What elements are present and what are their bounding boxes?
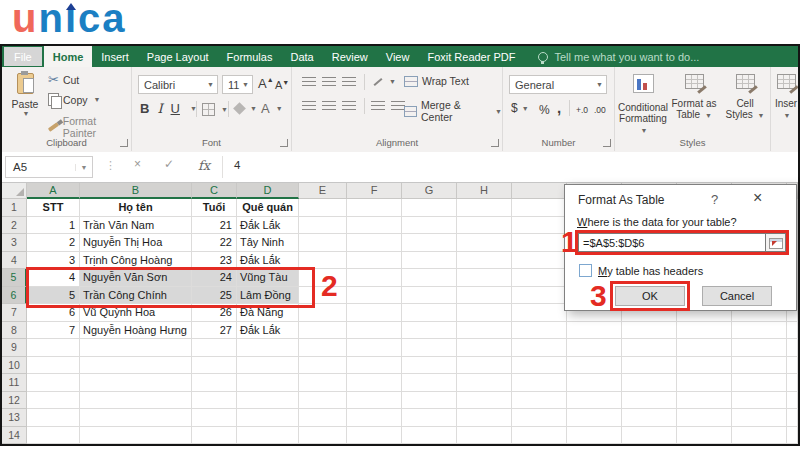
col-header-C[interactable]: C	[192, 183, 237, 199]
collapse-dialog-icon[interactable]	[765, 233, 786, 252]
cell-E7[interactable]	[299, 304, 347, 322]
row-header-8[interactable]: 8	[2, 322, 27, 340]
cell-B14[interactable]	[80, 427, 192, 445]
col-header-A[interactable]: A	[27, 183, 80, 199]
number-dialog-launcher-icon[interactable]	[603, 139, 611, 147]
formula-bar-grip-icon[interactable]: ⋮	[105, 159, 116, 172]
cell-x148[interactable]	[787, 322, 798, 340]
cell-x138[interactable]	[732, 322, 787, 340]
row-header-1[interactable]: 1	[2, 199, 27, 217]
cell-x1413[interactable]	[787, 409, 798, 427]
cell-x1211[interactable]	[677, 374, 732, 392]
row-header-14[interactable]: 14	[2, 427, 27, 445]
cell-x910[interactable]	[512, 357, 567, 375]
cell-B8[interactable]: Nguyễn Hoàng Hưng	[80, 322, 192, 340]
cell-A14[interactable]	[27, 427, 80, 445]
cut-button[interactable]: ✂ Cut	[48, 73, 79, 86]
tab-formulas[interactable]: Formulas	[218, 46, 282, 67]
cell-E2[interactable]	[299, 217, 347, 235]
cell-G5[interactable]	[402, 269, 457, 287]
cell-H8[interactable]	[457, 322, 512, 340]
cell-C6[interactable]: 25	[192, 287, 237, 305]
cell-F5[interactable]	[347, 269, 402, 287]
cell-G4[interactable]	[402, 252, 457, 270]
row-header-13[interactable]: 13	[2, 409, 27, 427]
dialog-close-button[interactable]: ×	[753, 189, 762, 207]
cell-x94[interactable]	[512, 252, 567, 270]
cell-A5[interactable]: 4	[27, 269, 80, 287]
range-input[interactable]: =$A$5:$D$6	[578, 233, 765, 252]
font-size-combo[interactable]: 11 ▼	[222, 75, 253, 94]
formula-input[interactable]: 4	[234, 159, 240, 171]
cell-x97[interactable]	[512, 304, 567, 322]
align-left-icon[interactable]	[302, 101, 316, 110]
align-middle-icon[interactable]	[322, 77, 336, 86]
cell-x95[interactable]	[512, 269, 567, 287]
cell-C3[interactable]: 22	[192, 234, 237, 252]
cell-F6[interactable]	[347, 287, 402, 305]
cell-B5[interactable]: Nguyễn Văn Sơn	[80, 269, 192, 287]
conditional-formatting-button[interactable]: Conditional Formatting ▼	[618, 71, 668, 145]
cell-x96[interactable]	[512, 287, 567, 305]
cell-G10[interactable]	[402, 357, 457, 375]
format-as-table-button[interactable]: Format as Table ▼	[669, 71, 719, 145]
cancel-entry-button[interactable]: ×	[134, 157, 141, 171]
cell-H14[interactable]	[457, 427, 512, 445]
cell-C8[interactable]: 27	[192, 322, 237, 340]
cell-x118[interactable]	[622, 322, 677, 340]
cell-B12[interactable]	[80, 392, 192, 410]
cell-E9[interactable]	[299, 339, 347, 357]
cell-x1210[interactable]	[677, 357, 732, 375]
cell-F10[interactable]	[347, 357, 402, 375]
cell-x1312[interactable]	[732, 392, 787, 410]
col-header-E[interactable]: E	[299, 183, 347, 199]
cell-E4[interactable]	[299, 252, 347, 270]
font-dialog-launcher-icon[interactable]	[280, 139, 288, 147]
cell-x1414[interactable]	[787, 427, 798, 445]
cell-H1[interactable]	[457, 199, 512, 217]
cell-G12[interactable]	[402, 392, 457, 410]
cell-B10[interactable]	[80, 357, 192, 375]
col-header-D[interactable]: D	[237, 183, 299, 199]
cell-x1212[interactable]	[677, 392, 732, 410]
cell-x108[interactable]	[567, 322, 622, 340]
cell-B4[interactable]: Trịnh Công Hoàng	[80, 252, 192, 270]
cell-E13[interactable]	[299, 409, 347, 427]
cell-x1410[interactable]	[787, 357, 798, 375]
format-painter-button[interactable]: Format Painter	[48, 115, 131, 139]
cell-D4[interactable]: Đắk Lắk	[237, 252, 299, 270]
cell-styles-button[interactable]: Cell Styles ▼	[720, 71, 770, 145]
align-bottom-icon[interactable]	[342, 77, 356, 86]
cell-G8[interactable]	[402, 322, 457, 340]
cell-A1[interactable]: STT	[27, 199, 80, 217]
font-color-button[interactable]: A ▼	[261, 101, 283, 116]
cell-x1111[interactable]	[622, 374, 677, 392]
cell-D10[interactable]	[237, 357, 299, 375]
cell-D2[interactable]: Đắk Lắk	[237, 217, 299, 235]
cell-H12[interactable]	[457, 392, 512, 410]
cell-C5[interactable]: 24	[192, 269, 237, 287]
cell-B13[interactable]	[80, 409, 192, 427]
cell-x1114[interactable]	[622, 427, 677, 445]
cell-x1110[interactable]	[622, 357, 677, 375]
cell-H7[interactable]	[457, 304, 512, 322]
cell-C7[interactable]: 26	[192, 304, 237, 322]
cell-B2[interactable]: Trần Văn Nam	[80, 217, 192, 235]
cell-x109[interactable]	[567, 339, 622, 357]
insert-cells-button[interactable]: Inser▼	[774, 71, 798, 145]
cell-F2[interactable]	[347, 217, 402, 235]
cell-x1014[interactable]	[567, 427, 622, 445]
cell-F11[interactable]	[347, 374, 402, 392]
cell-G14[interactable]	[402, 427, 457, 445]
cell-A6[interactable]: 5	[27, 287, 80, 305]
cell-E11[interactable]	[299, 374, 347, 392]
row-header-2[interactable]: 2	[2, 217, 27, 235]
col-header-G[interactable]: G	[402, 183, 457, 199]
cell-C2[interactable]: 21	[192, 217, 237, 235]
paste-button[interactable]: Paste ▼	[8, 73, 42, 117]
increase-decimal-button[interactable]: +.0	[576, 105, 588, 115]
cell-F7[interactable]	[347, 304, 402, 322]
copy-button[interactable]: Copy ▼	[48, 93, 100, 106]
decrease-indent-icon[interactable]	[371, 101, 385, 110]
cell-H3[interactable]	[457, 234, 512, 252]
